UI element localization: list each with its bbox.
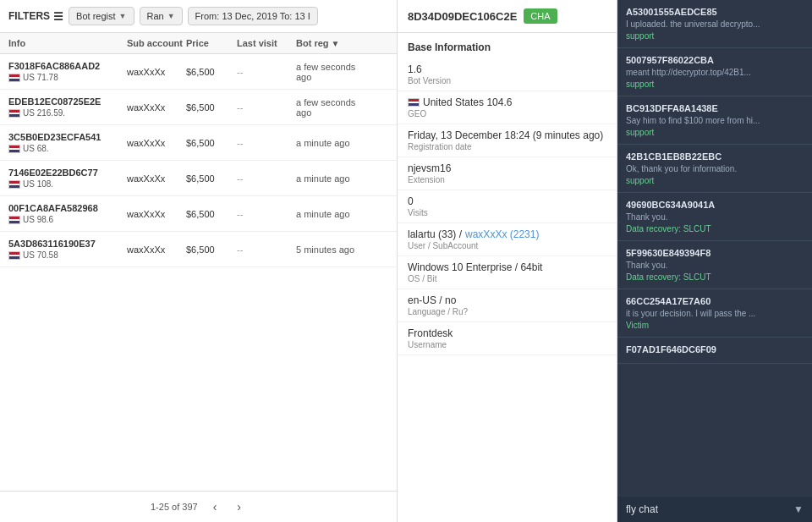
cell-botreg: a minute ago <box>296 209 372 219</box>
table-row[interactable]: EDEB12EC08725E2E US 216.59. waxXxXx $6,5… <box>0 90 397 125</box>
chat-preview: Ok, thank you for information. <box>626 163 804 174</box>
date-label: From: 13 Dec, 2019 To: 13 I <box>195 11 310 21</box>
table-row[interactable]: 3C5B0ED23ECFA541 US 68. waxXxXx $6,500 -… <box>0 125 397 161</box>
table-row[interactable]: 7146E02E22BD6C77 US 108. waxXxXx $6,500 … <box>0 161 397 196</box>
chat-hash: F07AD1F646DC6F09 <box>626 344 804 354</box>
chat-preview: I uploaded. the universal decrypto... <box>626 19 804 30</box>
ran-label: Ran <box>147 11 164 21</box>
filter-text: FILTERS <box>8 10 50 22</box>
sort-icon: ▼ <box>332 39 340 48</box>
chat-footer[interactable]: fly chat ▼ <box>617 497 812 522</box>
chat-footer-label: fly chat <box>626 503 788 515</box>
cell-geo: US 98.6 <box>8 215 127 224</box>
bot-regist-filter[interactable]: Bot regist ▼ <box>69 7 134 25</box>
us-flag-icon <box>8 145 20 153</box>
detail-fields: 1.6 Bot Version United States 104.6 GEO … <box>398 58 617 355</box>
chat-button[interactable]: CHA <box>524 8 557 24</box>
chat-tag: Data recovery: SLCUT <box>626 272 804 282</box>
detail-field: 1.6 Bot Version <box>398 58 617 91</box>
info-label: Visits <box>408 208 606 217</box>
cell-id: 3C5B0ED23ECFA541 <box>8 132 127 142</box>
cell-botreg: a few seconds ago <box>296 97 372 118</box>
table-row[interactable]: F3018F6AC886AAD2 US 71.78 waxXxXx $6,500… <box>0 54 397 90</box>
cell-geo: US 216.59. <box>8 108 127 118</box>
info-value: en-US / no <box>408 294 606 306</box>
chat-item[interactable]: F07AD1F646DC6F09 <box>617 338 812 364</box>
info-label: Language / Ru? <box>408 307 606 316</box>
table-body: F3018F6AC886AAD2 US 71.78 waxXxXx $6,500… <box>0 54 397 491</box>
prev-page-button[interactable]: ‹ <box>208 498 222 515</box>
chat-tag: Victim <box>626 321 804 330</box>
cell-price: $6,500 <box>186 173 237 184</box>
cell-visit: -- <box>237 245 296 255</box>
middle-panel: 8D34D09DEC106C2E CHA Base Information 1.… <box>398 0 617 522</box>
detail-field: njevsm16 Extension <box>398 157 617 190</box>
pagination: 1-25 of 397 ‹ › <box>0 491 397 522</box>
detail-field: Friday, 13 December 18:24 (9 minutes ago… <box>398 124 617 157</box>
table-row[interactable]: 00F1CA8AFA582968 US 98.6 waxXxXx $6,500 … <box>0 196 397 232</box>
info-value: Frontdesk <box>408 327 606 339</box>
detail-field: United States 104.6 GEO <box>398 91 617 124</box>
col-visit: Last visit <box>237 38 296 48</box>
info-value: lalartu (33) / waxXxXx (2231) <box>408 228 606 240</box>
cell-botreg: a minute ago <box>296 173 372 184</box>
chat-item[interactable]: BC913DFFA8A1438E Say him to find $100 mo… <box>617 96 812 145</box>
table-header: Info Sub account Price Last visit Bot re… <box>0 33 397 54</box>
chat-item[interactable]: 49690BC634A9041A Thank you. Data recover… <box>617 193 812 241</box>
chat-item[interactable]: A53001555AEDCE85 I uploaded. the univers… <box>617 0 812 48</box>
cell-price: $6,500 <box>186 209 237 219</box>
detail-hash: 8D34D09DEC106C2E <box>408 10 517 23</box>
left-panel: FILTERS ☰ Bot regist ▼ Ran ▼ From: 13 De… <box>0 0 398 522</box>
us-flag-icon <box>408 98 420 107</box>
base-info-title: Base Information <box>398 33 617 58</box>
cell-geo: US 70.58 <box>8 250 127 260</box>
chat-hash: BC913DFFA8A1438E <box>626 103 804 113</box>
date-filter[interactable]: From: 13 Dec, 2019 To: 13 I <box>188 7 318 25</box>
cell-info: F3018F6AC886AAD2 US 71.78 <box>8 61 127 82</box>
chat-tag: support <box>626 80 804 89</box>
chat-item[interactable]: 5007957F86022CBA meant http://decryptor.… <box>617 48 812 96</box>
info-label: Registration date <box>408 142 606 151</box>
chat-tag: support <box>626 176 804 185</box>
ran-filter[interactable]: Ran ▼ <box>140 7 183 25</box>
sub-account-link[interactable]: waxXxXx (2231) <box>465 228 539 240</box>
chat-item[interactable]: 42B1CB1EB8B22EBC Ok, thank you for infor… <box>617 145 812 193</box>
cell-id: EDEB12EC08725E2E <box>8 96 127 107</box>
chat-preview: it is your decision. I will pass the ... <box>626 308 804 319</box>
us-flag-icon <box>8 216 20 224</box>
cell-visit: -- <box>237 209 296 219</box>
col-info: Info <box>8 38 127 48</box>
chat-item[interactable]: 66CC254A17E7A60 it is your decision. I w… <box>617 289 812 338</box>
cell-geo: US 71.78 <box>8 73 127 82</box>
filter-icon: ☰ <box>53 10 63 23</box>
cell-visit: -- <box>237 138 296 148</box>
bot-reg-label: Bot reg <box>296 38 329 48</box>
chat-tag: Data recovery: SLCUT <box>626 224 804 234</box>
chat-item[interactable]: 5F99630E849394F8 Thank you. Data recover… <box>617 241 812 289</box>
chat-tag: support <box>626 31 804 41</box>
pagination-info: 1-25 of 397 <box>151 502 198 512</box>
info-label: Username <box>408 340 606 349</box>
cell-sub: waxXxXx <box>127 245 186 255</box>
table-row[interactable]: 5A3D863116190E37 US 70.58 waxXxXx $6,500… <box>0 232 397 267</box>
cell-id: 5A3D863116190E37 <box>8 239 127 249</box>
us-flag-icon <box>8 251 20 260</box>
cell-info: 3C5B0ED23ECFA541 US 68. <box>8 132 127 153</box>
cell-visit: -- <box>237 67 296 77</box>
chat-hash: 42B1CB1EB8B22EBC <box>626 151 804 162</box>
col-botreg[interactable]: Bot reg ▼ <box>296 38 372 48</box>
chat-hash: 66CC254A17E7A60 <box>626 296 804 306</box>
cell-id: 7146E02E22BD6C77 <box>8 168 127 178</box>
next-page-button[interactable]: › <box>232 498 246 515</box>
cell-id: 00F1CA8AFA582968 <box>8 203 127 213</box>
filters-label: FILTERS ☰ <box>8 10 63 23</box>
chat-hash: 5F99630E849394F8 <box>626 248 804 258</box>
info-label: GEO <box>408 109 606 118</box>
chat-hash: A53001555AEDCE85 <box>626 7 804 17</box>
chat-preview: Thank you. <box>626 212 804 223</box>
cell-sub: waxXxXx <box>127 173 186 184</box>
cell-info: 7146E02E22BD6C77 US 108. <box>8 168 127 189</box>
info-value: 1.6 <box>408 63 606 75</box>
cell-botreg: a few seconds ago <box>296 62 372 82</box>
cell-visit: -- <box>237 102 296 113</box>
